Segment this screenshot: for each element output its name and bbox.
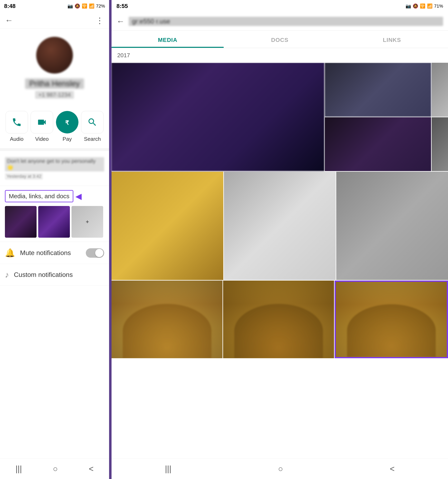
nav-recents-icon-right[interactable]: ||| [165,464,171,473]
nav-recents-icon-left[interactable]: ||| [15,464,22,473]
media-links-header: Media, links, and docs ◀ [5,190,104,202]
profile-name: Pritha Hensley [25,79,84,89]
media-row-2 [112,172,448,280]
tab-docs[interactable]: DOCS [224,31,336,48]
camera-icon: 📷 [67,3,73,9]
media-thumbnails: + [5,206,104,238]
status-timestamp: Yesterday at 3:42 [5,173,43,180]
video-icon [37,117,47,127]
action-buttons: Audio Video ₹ Pay [0,105,109,149]
pay-label: Pay [63,136,72,142]
status-text: Don't let anyone get to you personally 🌟 [5,157,104,172]
media-row-1 [112,63,448,171]
mute-toggle[interactable] [86,248,104,258]
media-links-section[interactable]: Media, links, and docs ◀ + [0,186,109,242]
media-cell-far-1[interactable] [432,63,448,117]
signal-icon-right: 📶 [427,3,433,9]
time-left: 8:48 [4,3,15,9]
more-menu-button[interactable]: ⋮ [96,16,104,25]
video-button[interactable]: Video [31,111,53,142]
divider-1 [0,149,109,151]
nav-home-icon-left[interactable]: ○ [53,464,58,473]
signal-icon: 📶 [89,3,94,9]
status-bar-right: 8:55 📷 🔕 🛜 📶 71% [112,0,448,12]
custom-notifications-row[interactable]: ♪ Custom notifications [0,264,109,286]
media-right-col [325,63,431,171]
battery-right: 71% [434,3,443,9]
video-icon-container [31,111,53,133]
media-far-right [432,63,448,171]
annotation-wrapper: Media, links, and docs ◀ [5,190,82,202]
left-panel: 8:48 📷 🔕 🛜 📶 72% ← ⋮ Pritha Hensley +1 9… [0,0,110,479]
phone-icon [12,117,22,127]
bell-icon: 🔔 [5,248,15,258]
status-bar-left: 8:48 📷 🔕 🛜 📶 72% [0,0,109,12]
camera-icon-right: 📷 [406,3,411,9]
contact-name: gr:e550 r.use [129,17,443,26]
video-label: Video [35,136,49,142]
media-grid [112,63,448,459]
bottom-nav-left: ||| ○ < [0,459,109,479]
mute-icon-right: 🔕 [413,3,418,9]
audio-icon-container [6,111,28,133]
media-cell-mid-3[interactable] [336,172,448,280]
music-icon: ♪ [5,270,9,279]
status-icons-right: 📷 🔕 🛜 📶 71% [406,3,443,9]
top-bar-left: ← ⋮ [0,12,109,29]
tab-links[interactable]: LINKS [336,31,448,48]
pay-icon-container: ₹ [56,111,79,133]
year-label: 2017 [112,48,448,63]
mute-notifications-row[interactable]: 🔔 Mute notifications [0,242,109,264]
tab-media[interactable]: MEDIA [112,31,224,48]
status-section: Don't let anyone get to you personally 🌟… [0,151,109,186]
wifi-icon-right: 🛜 [420,3,425,9]
search-label: Search [84,136,101,142]
media-cell-dog-3-selected[interactable] [335,280,448,358]
right-panel: 8:55 📷 🔕 🛜 📶 71% ← gr:e550 r.use MEDIA D… [110,0,448,479]
bottom-nav-right: ||| ○ < [112,459,448,479]
media-row-3 [112,280,448,358]
media-cell-top-right[interactable] [325,63,431,117]
top-bar-right: ← gr:e550 r.use [112,12,448,31]
back-button-right[interactable]: ← [116,17,125,26]
media-cell-dog-1[interactable] [112,280,223,358]
media-cell-big[interactable] [112,63,324,171]
media-cell-frame[interactable] [112,172,223,280]
back-button-left[interactable]: ← [5,16,13,25]
toggle-circle [95,249,103,257]
audio-button[interactable]: Audio [6,111,28,142]
profile-phone: +1 987-1234 [35,91,74,99]
nav-home-icon-right[interactable]: ○ [278,464,283,473]
more-count: + [86,219,89,225]
media-cell-dog-2[interactable] [223,280,334,358]
svg-text:₹: ₹ [65,120,69,126]
audio-label: Audio [10,136,24,142]
media-cell-light[interactable] [224,172,336,280]
annotation-arrow: ◀ [75,192,82,201]
avatar [36,37,73,73]
profile-section: Pritha Hensley +1 987-1234 [0,29,109,105]
custom-notif-label: Custom notifications [14,271,73,279]
status-icons-left: 📷 🔕 🛜 📶 72% [67,3,105,9]
battery-left: 72% [96,3,105,9]
media-thumb-1[interactable] [5,206,37,238]
mute-label: Mute notifications [20,249,86,257]
nav-back-icon-left[interactable]: < [89,464,93,473]
tabs-row: MEDIA DOCS LINKS [112,31,448,48]
wifi-icon: 🛜 [82,3,87,9]
mute-icon: 🔕 [75,3,80,9]
media-thumb-2[interactable] [38,206,70,238]
media-thumb-more[interactable]: + [72,206,103,238]
search-action-button[interactable]: Search [81,111,104,142]
time-right: 8:55 [116,3,128,9]
media-cell-far-2[interactable] [432,117,448,171]
media-links-label[interactable]: Media, links, and docs [5,190,73,202]
media-cell-bottom-right[interactable] [325,117,431,171]
rupee-icon: ₹ [62,117,72,127]
pay-button[interactable]: ₹ Pay [56,111,79,142]
search-icon-container [81,111,104,133]
nav-back-icon-right[interactable]: < [390,464,395,473]
search-icon [87,117,98,127]
